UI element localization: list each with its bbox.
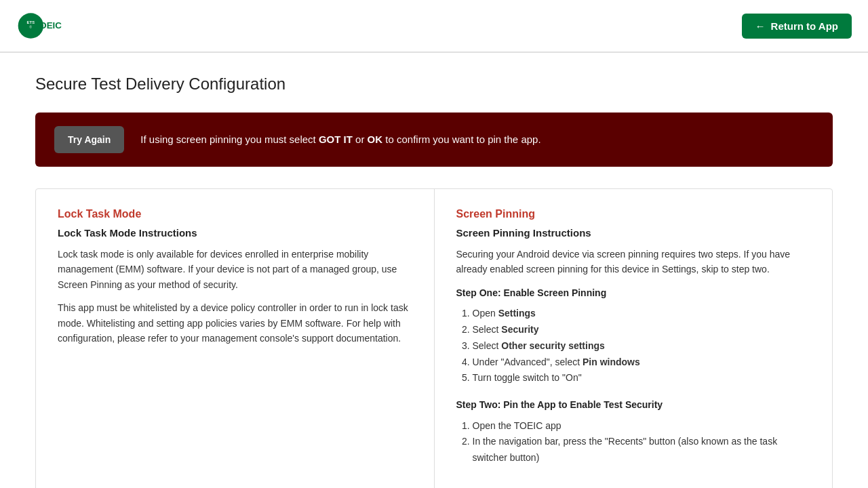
- list-item: Open Settings: [473, 306, 811, 322]
- svg-text:ETS: ETS: [26, 20, 35, 24]
- list-item: Under "Advanced", select Pin windows: [473, 354, 811, 371]
- alert-got-it: GOT IT: [319, 134, 353, 145]
- two-column-section: Lock Task Mode Lock Task Mode Instructio…: [35, 188, 833, 488]
- main-content: Secure Test Delivery Configuration Try A…: [0, 53, 868, 488]
- alert-box: Try Again If using screen pinning you mu…: [35, 113, 833, 167]
- screen-pinning-title: Screen Pinning: [456, 208, 811, 220]
- alert-text-pre: If using screen pinning you must select: [140, 134, 319, 145]
- alert-text-post: to confirm you want to pin the app.: [382, 134, 540, 145]
- lock-task-body: Lock task mode is only available for dev…: [58, 247, 412, 346]
- alert-or: or: [353, 134, 368, 145]
- pin-windows-bold: Pin windows: [583, 357, 640, 367]
- other-security-bold: Other security settings: [501, 340, 605, 351]
- return-to-app-button[interactable]: ← Return to App: [742, 14, 852, 39]
- svg-text:TOEIC: TOEIC: [34, 20, 62, 30]
- step-one-list: Open Settings Select Security Select Oth…: [456, 306, 811, 386]
- try-again-button[interactable]: Try Again: [54, 126, 124, 153]
- list-item: Select Other security settings: [473, 338, 811, 354]
- list-item: Turn toggle switch to "On": [473, 370, 811, 386]
- list-item: Open the TOEIC app: [473, 418, 811, 434]
- step-one-heading: Step One: Enable Screen Pinning: [456, 285, 811, 300]
- alert-ok: OK: [368, 134, 383, 145]
- lock-task-para2: This app must be whitelisted by a device…: [58, 300, 412, 346]
- screen-pinning-body: Securing your Android device via screen …: [456, 247, 811, 466]
- svg-text:®: ®: [30, 25, 33, 29]
- screen-pinning-column: Screen Pinning Screen Pinning Instructio…: [435, 189, 833, 488]
- header: ETS ® TOEIC ← Return to App: [0, 0, 868, 53]
- lock-task-title: Lock Task Mode: [58, 208, 412, 220]
- security-bold: Security: [501, 324, 538, 335]
- list-item: Select Security: [473, 322, 811, 338]
- return-to-app-label: Return to App: [771, 20, 838, 32]
- screen-pinning-intro: Securing your Android device via screen …: [456, 247, 811, 277]
- step-two-heading: Step Two: Pin the App to Enable Test Sec…: [456, 397, 811, 412]
- screen-pinning-subtitle: Screen Pinning Instructions: [456, 227, 811, 239]
- settings-bold: Settings: [498, 308, 536, 319]
- list-item: In the navigation bar, press the "Recent…: [473, 434, 811, 466]
- logo-area: ETS ® TOEIC: [16, 5, 71, 46]
- lock-task-mode-column: Lock Task Mode Lock Task Mode Instructio…: [36, 189, 435, 488]
- lock-task-para1: Lock task mode is only available for dev…: [58, 247, 412, 292]
- alert-message: If using screen pinning you must select …: [140, 132, 540, 148]
- lock-task-subtitle: Lock Task Mode Instructions: [58, 227, 412, 239]
- page-title: Secure Test Delivery Configuration: [35, 75, 833, 94]
- step-two-list: Open the TOEIC app In the navigation bar…: [456, 418, 811, 466]
- ets-toeic-logo: ETS ® TOEIC: [16, 5, 71, 46]
- arrow-left-icon: ←: [755, 20, 766, 32]
